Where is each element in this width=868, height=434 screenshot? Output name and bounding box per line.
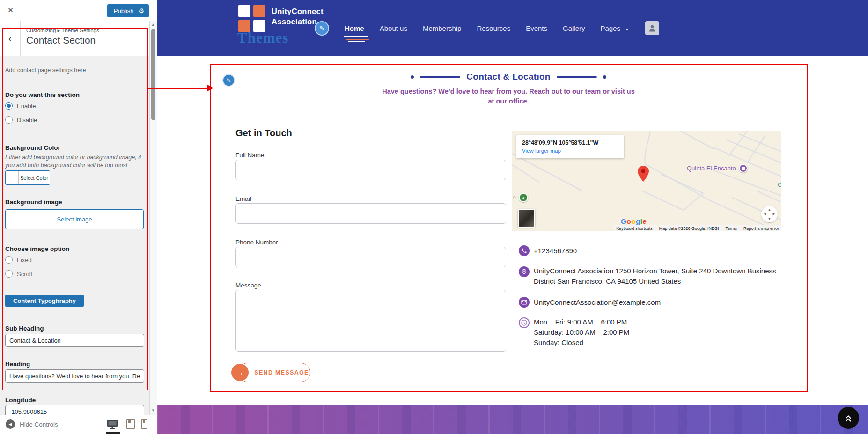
image-option-label: Choose image option xyxy=(5,245,69,252)
map-attribution: Keyboard shortcuts Map data ©2026 Google… xyxy=(614,225,781,231)
content-typography-button[interactable]: Content Typoghraphy xyxy=(5,295,84,307)
customizer-panel: ✕ Publish ⚙ ‹ Customizing ▸ Theme Settin… xyxy=(0,0,157,434)
map-cutoff-label: o xyxy=(513,195,516,200)
avatar[interactable] xyxy=(645,21,659,35)
message-label: Message xyxy=(235,282,261,289)
radio-fixed-input[interactable] xyxy=(5,256,13,264)
google-logo: Google xyxy=(621,217,647,226)
full-name-input[interactable] xyxy=(235,160,506,180)
site-header: UnityConnect Association Themes ✎ Home A… xyxy=(157,0,868,56)
nav-item-pages[interactable]: Pages xyxy=(601,24,621,32)
heading-label: Heading xyxy=(5,360,30,368)
customizer-app: ✕ Publish ⚙ ‹ Customizing ▸ Theme Settin… xyxy=(0,0,868,434)
map-place-label[interactable]: Quinta El Encanto xyxy=(687,164,748,173)
form-title: Get in Touch xyxy=(235,128,292,139)
double-chevron-up-icon xyxy=(842,412,854,424)
panel-body: Add contact page settings here Do you wa… xyxy=(0,56,150,415)
radio-enable-label: Enable xyxy=(17,103,36,110)
sub-heading-input[interactable] xyxy=(5,334,144,347)
panel-bottombar: ◀ Hide Controls xyxy=(0,415,157,434)
send-message-button[interactable]: SEND MESSAGE xyxy=(238,363,310,382)
edit-section-pencil-icon[interactable]: ✎ xyxy=(222,74,235,87)
radio-enable[interactable]: Enable xyxy=(5,102,36,110)
decor-line xyxy=(420,76,460,78)
breadcrumb: Customizing ▸ Theme Settings xyxy=(26,27,99,34)
active-underline xyxy=(346,39,369,40)
nav-item-membership[interactable]: Membership xyxy=(423,24,462,32)
heading-input[interactable] xyxy=(5,369,144,383)
site-logo[interactable] xyxy=(238,5,265,32)
site-footer xyxy=(157,405,868,434)
section-heading: Have questions? We’d love to hear from y… xyxy=(235,87,781,106)
scrollbar-down-icon[interactable]: ▼ xyxy=(151,408,155,412)
pan-left-icon[interactable]: ◀ xyxy=(764,212,766,216)
logo-square xyxy=(238,5,250,17)
view-larger-map-link[interactable]: View larger map xyxy=(522,148,618,154)
keyboard-shortcuts-link[interactable]: Keyboard shortcuts xyxy=(616,226,653,231)
decor-line xyxy=(557,76,597,78)
contact-form: Full Name Email Phone Number Message xyxy=(235,152,506,344)
satellite-view-toggle[interactable] xyxy=(518,209,535,228)
radio-scroll-label: Scroll xyxy=(17,271,32,278)
nav-item-home[interactable]: Home xyxy=(345,24,364,32)
pan-up-icon[interactable]: ▲ xyxy=(768,208,771,211)
mail-icon xyxy=(519,297,530,308)
background-image-label: Background image xyxy=(5,199,62,206)
decor-dot xyxy=(411,75,414,79)
section-heading-row: Contact & Location xyxy=(235,72,781,82)
radio-disable-label: Disable xyxy=(17,117,37,124)
radio-scroll[interactable]: Scroll xyxy=(5,270,32,278)
phone-input[interactable] xyxy=(235,247,506,267)
scroll-to-top-button[interactable] xyxy=(838,407,859,429)
active-device-indicator xyxy=(106,432,120,434)
map-coordinates: 28°48'09.9"N 105°58'51.1"W xyxy=(522,140,618,146)
preview-tablet-button[interactable] xyxy=(125,419,136,431)
desktop-icon xyxy=(107,419,118,430)
hide-controls-button[interactable]: ◀ Hide Controls xyxy=(6,419,58,429)
report-map-error-link[interactable]: Report a map error xyxy=(743,226,779,231)
radio-enable-input[interactable] xyxy=(5,102,13,110)
nav-item-gallery[interactable]: Gallery xyxy=(563,24,585,32)
active-underline xyxy=(344,36,368,37)
scrollbar-up-icon[interactable]: ▲ xyxy=(151,22,155,27)
edit-menu-pencil-icon[interactable]: ✎ xyxy=(315,21,329,36)
sub-heading-label: Sub Heading xyxy=(5,325,44,332)
campground-icon[interactable]: ▲ xyxy=(519,193,528,202)
terms-link[interactable]: Terms xyxy=(725,226,737,231)
publish-button[interactable]: Publish ⚙ xyxy=(107,4,149,17)
radio-disable-input[interactable] xyxy=(5,116,13,124)
back-button[interactable]: ‹ xyxy=(0,21,21,56)
background-color-label: Background Color xyxy=(5,144,60,151)
panel-scrollbar[interactable]: ▲ ▼ xyxy=(149,21,157,415)
clock-icon xyxy=(519,317,530,328)
nav-item-about[interactable]: About us xyxy=(380,24,407,32)
hotel-icon xyxy=(739,164,748,173)
map-pan-control[interactable]: ▲ ▼ ◀ ▶ xyxy=(761,206,778,222)
chevron-down-icon[interactable]: ⌄ xyxy=(625,25,630,32)
full-name-label: Full Name xyxy=(235,152,265,159)
scrollbar-thumb[interactable] xyxy=(151,29,155,120)
preview-mobile-button[interactable] xyxy=(140,419,148,431)
hide-controls-label: Hide Controls xyxy=(20,421,58,428)
radio-scroll-input[interactable] xyxy=(5,270,13,278)
message-textarea[interactable] xyxy=(235,290,506,352)
nav-item-events[interactable]: Events xyxy=(526,24,547,32)
pan-right-icon[interactable]: ▶ xyxy=(773,212,775,216)
google-map[interactable]: 28°48'09.9"N 105°58'51.1"W View larger m… xyxy=(512,131,781,231)
color-swatch xyxy=(6,171,19,184)
radio-fixed[interactable]: Fixed xyxy=(5,256,32,264)
close-customizer-button[interactable]: ✕ xyxy=(0,0,21,21)
select-image-button[interactable]: Select image xyxy=(5,209,144,229)
preview-desktop-button[interactable] xyxy=(107,419,118,431)
select-color-button[interactable]: Select Color xyxy=(5,170,50,185)
email-value: UnityConnectAssociation@example.com xyxy=(534,297,661,308)
email-input[interactable] xyxy=(235,203,506,224)
pan-down-icon[interactable]: ▼ xyxy=(768,217,771,221)
select-color-label: Select Color xyxy=(19,171,50,184)
map-pin-icon[interactable] xyxy=(638,166,649,182)
logo-square xyxy=(253,5,265,17)
collapse-arrow-icon: ◀ xyxy=(6,419,15,429)
radio-disable[interactable]: Disable xyxy=(5,116,37,124)
user-icon xyxy=(648,24,656,32)
nav-item-resources[interactable]: Resources xyxy=(477,24,510,32)
